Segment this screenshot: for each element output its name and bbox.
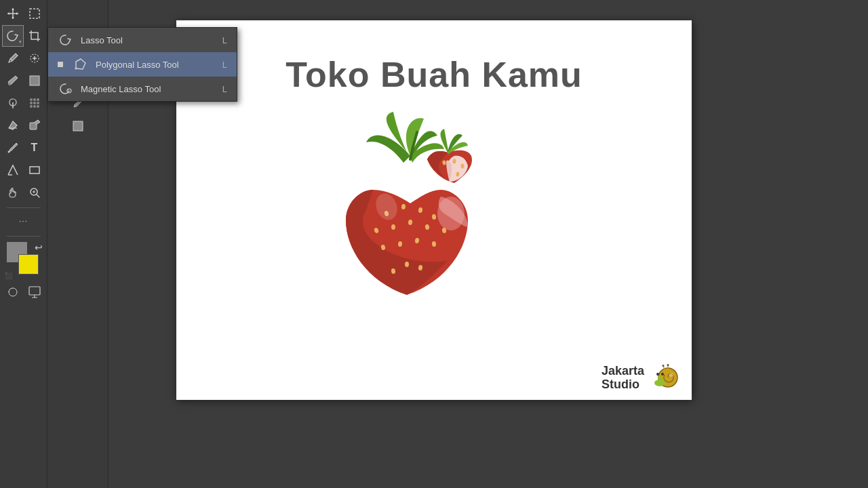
svg-point-9 xyxy=(37,102,39,104)
marquee-tool[interactable] xyxy=(24,3,45,24)
svg-point-42 xyxy=(437,197,465,230)
strawberry-cut-face xyxy=(437,197,468,230)
watermark-text-block: Jakarta Studio xyxy=(601,365,644,392)
svg-point-46 xyxy=(661,373,664,375)
svg-point-47 xyxy=(669,373,673,377)
main-content-area: Toko Buah Kamu xyxy=(156,0,868,488)
selected-indicator xyxy=(58,62,63,67)
left-toolbar: ▾ xyxy=(0,0,47,488)
lasso-tool-shortcut: L xyxy=(222,35,227,45)
svg-point-12 xyxy=(37,105,39,108)
watermark: Jakarta Studio xyxy=(601,363,685,393)
polygonal-lasso-tool-icon xyxy=(73,56,89,73)
svg-point-14 xyxy=(7,151,9,153)
lasso-tool-label: Lasso Tool xyxy=(81,35,216,45)
eyedropper-tool[interactable] xyxy=(3,48,23,68)
screen-mode-tool[interactable] xyxy=(24,282,45,302)
clone-stamp-tool[interactable] xyxy=(3,93,23,113)
shape-tool[interactable] xyxy=(24,160,45,180)
toolbar-divider-1 xyxy=(7,207,41,208)
svg-point-45 xyxy=(656,373,659,375)
svg-point-6 xyxy=(37,98,39,101)
svg-point-27 xyxy=(391,224,395,230)
svg-point-5 xyxy=(33,98,36,101)
foreground-color-swatch[interactable] xyxy=(18,254,39,274)
lasso-dropdown-menu: Lasso Tool L Polygonal Lasso Tool L xyxy=(47,27,237,102)
dropdown-menu: Lasso Tool L Polygonal Lasso Tool L xyxy=(47,27,237,102)
strawberry-svg xyxy=(305,102,563,305)
lasso-tool-button[interactable]: ▾ xyxy=(3,26,23,46)
svg-point-7 xyxy=(30,102,33,104)
more-tools[interactable]: ··· xyxy=(14,211,34,231)
svg-point-11 xyxy=(33,105,36,108)
crop-tool[interactable] xyxy=(24,26,45,46)
eraser-tool[interactable] xyxy=(3,115,23,136)
strawberry-illustration xyxy=(305,102,563,305)
reset-colors-icon[interactable]: ⬛ xyxy=(5,272,12,279)
svg-point-19 xyxy=(75,68,77,70)
watermark-line1: Jakarta xyxy=(601,365,644,378)
canvas-area: Toko Buah Kamu xyxy=(156,7,868,488)
zoom-tool[interactable] xyxy=(24,182,45,203)
path-selection-tool[interactable] xyxy=(3,160,23,180)
svg-rect-18 xyxy=(29,287,40,295)
paint-bucket-tool[interactable] xyxy=(24,115,45,136)
pen-tool[interactable] xyxy=(3,138,23,158)
rectangle-tool-2[interactable] xyxy=(24,70,45,91)
svg-point-44 xyxy=(654,380,665,386)
svg-point-49 xyxy=(667,364,669,366)
magnetic-lasso-tool-icon xyxy=(58,81,74,97)
healing-tool[interactable] xyxy=(24,48,45,68)
svg-point-35 xyxy=(405,262,409,267)
canvas-document: Toko Buah Kamu xyxy=(176,20,692,400)
polygonal-lasso-label: Polygonal Lasso Tool xyxy=(96,60,216,70)
color-swatches: ↩ ⬛ xyxy=(3,242,44,279)
move-tool[interactable] xyxy=(3,3,23,24)
pattern-tool[interactable] xyxy=(24,93,45,113)
svg-rect-21 xyxy=(73,121,83,131)
dropdown-item-magnetic-lasso[interactable]: Magnetic Lasso Tool L xyxy=(48,77,237,101)
type-tool[interactable]: T xyxy=(24,138,45,158)
dropdown-item-lasso[interactable]: Lasso Tool L xyxy=(48,28,237,52)
svg-rect-3 xyxy=(30,76,39,85)
magnetic-lasso-label: Magnetic Lasso Tool xyxy=(81,84,216,94)
type-icon: T xyxy=(31,142,38,154)
ellipsis-icon: ··· xyxy=(19,216,28,226)
bottom-tools xyxy=(3,282,45,304)
lasso-tool-icon xyxy=(58,32,74,48)
toolbar-divider-2 xyxy=(7,236,41,237)
secondary-tool-2[interactable] xyxy=(68,116,88,136)
svg-point-4 xyxy=(30,98,33,101)
quick-mask-tool[interactable] xyxy=(3,282,23,302)
hand-tool[interactable] xyxy=(3,182,23,203)
watermark-snail-icon xyxy=(648,363,685,393)
svg-point-48 xyxy=(663,365,665,367)
svg-point-2 xyxy=(8,83,11,85)
svg-point-10 xyxy=(30,105,33,108)
swap-colors-icon[interactable]: ↩ xyxy=(35,242,43,253)
watermark-line2: Studio xyxy=(601,378,644,392)
svg-rect-15 xyxy=(30,167,39,174)
brush-tool[interactable] xyxy=(3,70,23,91)
magnetic-lasso-shortcut: L xyxy=(222,84,227,94)
svg-point-8 xyxy=(33,102,36,104)
cut-strawberry-piece xyxy=(427,129,472,183)
polygonal-lasso-shortcut: L xyxy=(222,60,227,70)
dropdown-item-polygonal-lasso[interactable]: Polygonal Lasso Tool L xyxy=(48,52,237,77)
canvas-title: Toko Buah Kamu xyxy=(285,54,583,95)
svg-rect-0 xyxy=(30,9,39,18)
